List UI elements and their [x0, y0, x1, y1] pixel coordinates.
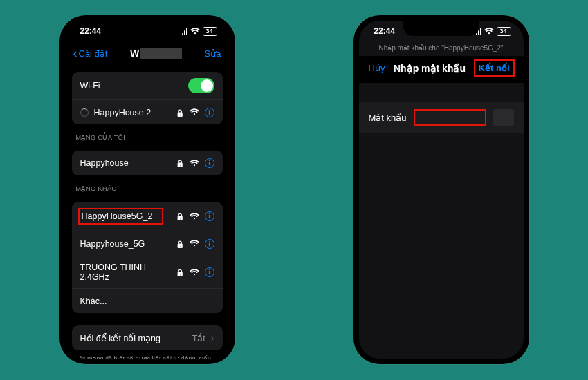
network-row-happyhouse[interactable]: Happyhouse i	[72, 151, 223, 175]
ask-to-join-row[interactable]: Hỏi để kết nối mạng Tắt ›	[72, 325, 223, 350]
ask-to-join-label: Hỏi để kết nối mạng	[80, 333, 160, 343]
redacted-title	[140, 48, 182, 59]
info-icon[interactable]: i	[205, 211, 214, 221]
network-name: Happyhouse	[80, 158, 129, 168]
password-title: Nhập mật khẩu	[394, 63, 466, 74]
network-row-other[interactable]: Khác...	[72, 288, 223, 313]
lock-icon	[176, 158, 184, 168]
ask-to-join-value: Tắt	[192, 333, 205, 343]
network-row-truong-thinh[interactable]: TRUONG THINH 2.4GHz i	[72, 256, 223, 288]
current-network-name: HappyHouse 2	[94, 108, 151, 117]
battery-icon: 34	[203, 27, 217, 36]
wifi-signal-icon	[190, 108, 199, 116]
info-icon[interactable]: i	[205, 158, 214, 168]
wifi-icon	[484, 28, 494, 35]
info-icon[interactable]: i	[205, 108, 214, 117]
cancel-button[interactable]: Hủy	[369, 63, 385, 73]
ask-to-join-footer: Các mạng đã biết sẽ được kết nối tự động…	[72, 350, 223, 359]
network-name: HappyHouse5G_2	[82, 211, 153, 221]
password-subtitle: Nhập mật khẩu cho "HappyHouse5G_2"	[359, 41, 524, 56]
info-icon[interactable]: i	[205, 267, 214, 277]
lock-icon	[176, 211, 184, 221]
phone-wifi-settings: 22:44 34 ‹ Cài đặt W Sửa Wi-Fi	[59, 15, 235, 364]
notch	[109, 21, 185, 36]
edit-button[interactable]: Sửa	[205, 48, 221, 59]
back-button[interactable]: ‹ Cài đặt	[73, 47, 108, 59]
wifi-toggle-label: Wi-Fi	[80, 81, 100, 91]
info-icon[interactable]: i	[205, 239, 214, 249]
join-button[interactable]: Kết nối	[475, 60, 514, 76]
network-name: Happyhouse_5G	[80, 239, 145, 249]
my-networks-header: MẠNG CỦA TÔI	[72, 124, 223, 144]
back-label: Cài đặt	[79, 48, 108, 59]
wifi-toggle-row: Wi-Fi	[72, 72, 223, 99]
lock-icon	[176, 239, 184, 249]
chevron-right-icon: ›	[211, 332, 214, 343]
password-navbar: Hủy Nhập mật khẩu Kết nối	[359, 56, 524, 83]
phone-enter-password: 22:44 34 Nhập mật khẩu cho "HappyHouse5G…	[353, 15, 529, 364]
wifi-icon	[190, 28, 200, 35]
wifi-navbar: ‹ Cài đặt W Sửa	[65, 41, 230, 65]
wifi-signal-icon	[190, 213, 199, 220]
password-input[interactable]	[414, 109, 486, 126]
notch	[403, 21, 479, 36]
wifi-signal-icon	[190, 240, 199, 247]
password-trailing	[493, 109, 514, 126]
network-name: TRUONG THINH 2.4GHz	[80, 263, 176, 282]
status-time: 22:44	[80, 26, 102, 36]
battery-icon: 34	[497, 27, 511, 36]
wifi-toggle[interactable]	[188, 78, 214, 93]
wifi-signal-icon	[190, 269, 199, 276]
spinner-icon	[80, 108, 89, 117]
lock-icon	[176, 108, 184, 117]
other-networks-header: MẠNG KHÁC	[72, 175, 223, 195]
status-time: 22:44	[374, 26, 396, 36]
chevron-left-icon: ‹	[73, 47, 77, 59]
network-row-happyhouse5g-2[interactable]: HappyHouse5G_2 i	[72, 202, 223, 231]
password-row: Mật khẩu	[359, 102, 524, 133]
page-title: W	[130, 48, 182, 59]
network-name: Khác...	[80, 296, 107, 306]
wifi-signal-icon	[190, 160, 199, 167]
password-label: Mật khẩu	[369, 113, 407, 123]
lock-icon	[176, 267, 184, 277]
network-row-happyhouse-5g[interactable]: Happyhouse_5G i	[72, 231, 223, 256]
current-network-row[interactable]: HappyHouse 2 i	[72, 99, 223, 124]
